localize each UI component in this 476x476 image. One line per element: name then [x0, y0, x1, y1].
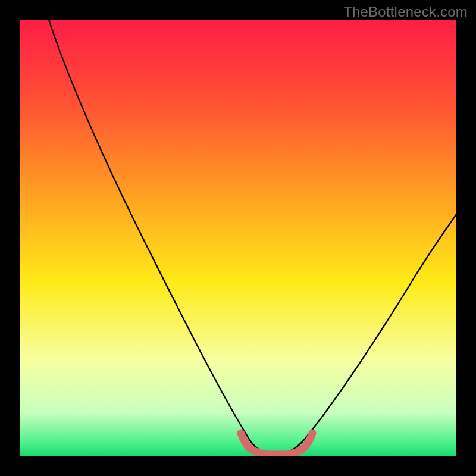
frame-right [456, 0, 476, 476]
frame-left [0, 0, 20, 476]
plot-background [20, 20, 456, 456]
chart-container: TheBottleneck.com [0, 0, 476, 476]
watermark-text: TheBottleneck.com [343, 4, 468, 20]
chart-svg [0, 0, 476, 476]
frame-bottom [0, 456, 476, 476]
